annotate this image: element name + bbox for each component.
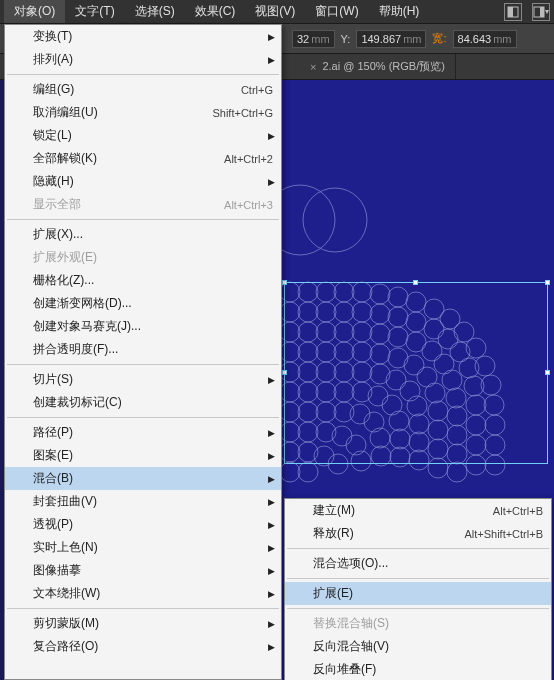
menu-lock[interactable]: 锁定(L)▶	[5, 124, 281, 147]
menu-envelope[interactable]: 封套扭曲(V)▶	[5, 490, 281, 513]
blend-make[interactable]: 建立(M)Alt+Ctrl+B	[285, 499, 551, 522]
blend-replace-spine: 替换混合轴(S)	[285, 612, 551, 635]
svg-point-4	[280, 185, 335, 255]
blend-expand[interactable]: 扩展(E)	[285, 582, 551, 605]
blend-submenu: 建立(M)Alt+Ctrl+B 释放(R)Alt+Shift+Ctrl+B 混合…	[284, 498, 552, 680]
blend-reverse-spine[interactable]: 反向混合轴(V)	[285, 635, 551, 658]
menu-effect[interactable]: 效果(C)	[185, 0, 246, 23]
w-value[interactable]: 84.643mm	[453, 30, 517, 48]
menu-rasterize[interactable]: 栅格化(Z)...	[5, 269, 281, 292]
workspace-icon[interactable]: ▾	[532, 3, 550, 21]
menu-crop-marks[interactable]: 创建裁切标记(C)	[5, 391, 281, 414]
svg-rect-3	[540, 7, 544, 17]
y-label: Y:	[341, 33, 351, 45]
menu-path[interactable]: 路径(P)▶	[5, 421, 281, 444]
document-tab[interactable]: × 2.ai @ 150% (RGB/预览)	[300, 54, 456, 79]
x-value[interactable]: 32mm	[292, 30, 335, 48]
menu-expand[interactable]: 扩展(X)...	[5, 223, 281, 246]
menu-window[interactable]: 窗口(W)	[305, 0, 368, 23]
menu-arrange[interactable]: 排列(A)▶	[5, 48, 281, 71]
menu-image-trace[interactable]: 图像描摹▶	[5, 559, 281, 582]
layout-icon[interactable]	[504, 3, 522, 21]
svg-point-112	[298, 462, 318, 482]
menu-slice[interactable]: 切片(S)▶	[5, 368, 281, 391]
menu-transform[interactable]: 变换(T)▶	[5, 25, 281, 48]
menu-type[interactable]: 文字(T)	[65, 0, 124, 23]
menu-group[interactable]: 编组(G)Ctrl+G	[5, 78, 281, 101]
object-menu-dropdown: 变换(T)▶ 排列(A)▶ 编组(G)Ctrl+G 取消编组(U)Shift+C…	[4, 24, 282, 680]
menu-perspective[interactable]: 透视(P)▶	[5, 513, 281, 536]
menu-gradient-mesh[interactable]: 创建渐变网格(D)...	[5, 292, 281, 315]
menu-view[interactable]: 视图(V)	[245, 0, 305, 23]
close-tab-icon[interactable]: ×	[310, 61, 316, 73]
menu-help[interactable]: 帮助(H)	[369, 0, 430, 23]
menu-show-all: 显示全部Alt+Ctrl+3	[5, 193, 281, 216]
svg-point-56	[447, 462, 467, 482]
svg-point-111	[280, 462, 300, 482]
menu-pattern[interactable]: 图案(E)▶	[5, 444, 281, 467]
menu-clipping-mask[interactable]: 剪切蒙版(M)▶	[5, 612, 281, 635]
svg-rect-1	[508, 7, 513, 17]
menu-ungroup[interactable]: 取消编组(U)Shift+Ctrl+G	[5, 101, 281, 124]
y-value[interactable]: 149.867mm	[356, 30, 426, 48]
menubar: 对象(O) 文字(T) 选择(S) 效果(C) 视图(V) 窗口(W) 帮助(H…	[0, 0, 554, 24]
menu-unlock-all[interactable]: 全部解锁(K)Alt+Ctrl+2	[5, 147, 281, 170]
selection-bbox[interactable]	[284, 282, 548, 464]
tab-title: 2.ai @ 150% (RGB/预览)	[322, 59, 444, 74]
blend-options[interactable]: 混合选项(O)...	[285, 552, 551, 575]
menu-flatten[interactable]: 拼合透明度(F)...	[5, 338, 281, 361]
menu-mosaic[interactable]: 创建对象马赛克(J)...	[5, 315, 281, 338]
menu-select[interactable]: 选择(S)	[125, 0, 185, 23]
blend-release[interactable]: 释放(R)Alt+Shift+Ctrl+B	[285, 522, 551, 545]
menu-compound-path[interactable]: 复合路径(O)▶	[5, 635, 281, 658]
menu-blend[interactable]: 混合(B)▶	[5, 467, 281, 490]
menu-hide[interactable]: 隐藏(H)▶	[5, 170, 281, 193]
menu-text-wrap[interactable]: 文本绕排(W)▶	[5, 582, 281, 605]
menu-expand-appearance: 扩展外观(E)	[5, 246, 281, 269]
menu-live-paint[interactable]: 实时上色(N)▶	[5, 536, 281, 559]
blend-reverse-front[interactable]: 反向堆叠(F)	[285, 658, 551, 680]
menu-object[interactable]: 对象(O)	[4, 0, 65, 23]
w-label: 宽:	[432, 31, 446, 46]
